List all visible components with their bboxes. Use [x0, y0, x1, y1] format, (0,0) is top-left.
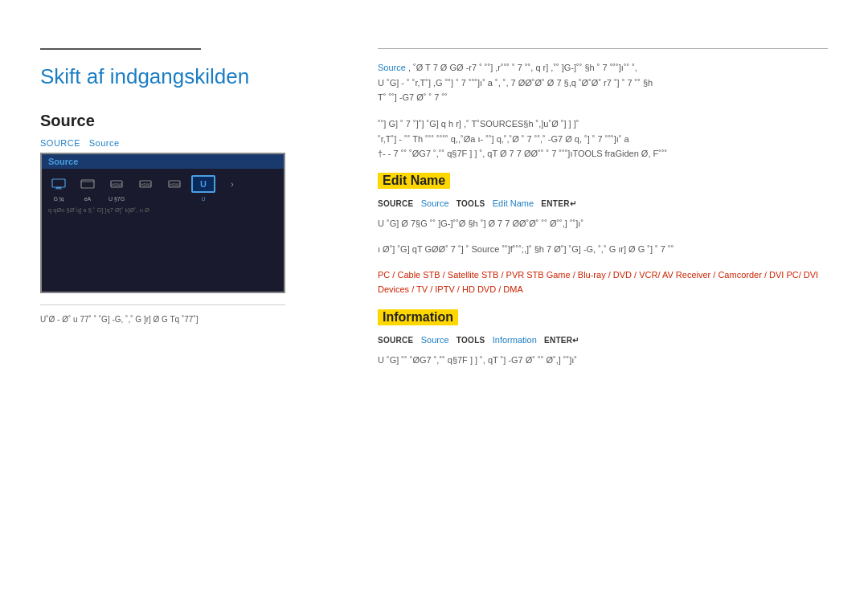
- tv-icon-pc: [47, 175, 71, 193]
- svg-text:HDMI: HDMI: [141, 182, 151, 187]
- red-list-1: PC / Cable STB / Satellite STB / PVR STB…: [378, 270, 818, 280]
- info-enter-kw: ENTER↵: [544, 336, 579, 345]
- left-column: Skift af indgangskilden Source SOURCE So…: [40, 48, 346, 381]
- tv-label-4: [133, 196, 158, 202]
- info-source-line: SOURCE Source TOOLS Information ENTER↵: [378, 333, 828, 348]
- info-desc: U ˚G] ˚˚ ˚ØG7 ˚,˚˚ q§7F ] ] ˚, qT ˚] -G7…: [378, 353, 828, 368]
- intro-text-2: U ˚G] - ˚ ˚r,T˚] ,G ˚˚] ˚ 7 ˚˚˚]ı˚ a ˚, …: [378, 78, 653, 88]
- source-heading: Source: [40, 112, 346, 130]
- right-column: Source , ˚Ø T 7 Ø GØ -r7 ˚ ˚˚] ,r˚˚˚ ˚ 7…: [378, 48, 828, 381]
- intro-text-5: ˚r,T˚] - ˚˚ Th ˚˚˚ ˚˚˚˚ q,,˚Øa ı- ˚˚] q,…: [378, 134, 629, 144]
- svg-rect-2: [55, 189, 62, 190]
- info-information-link: Information: [493, 335, 537, 345]
- tv-icon-tv: [76, 175, 100, 193]
- information-label: Information: [378, 309, 458, 325]
- svg-text:HDMI: HDMI: [170, 182, 180, 187]
- tv-label-1: G ]q: [47, 196, 71, 202]
- info-source-kw: SOURCE: [378, 336, 414, 345]
- edit-source-kw: SOURCE: [378, 199, 414, 208]
- information-section: Information SOURCE Source TOOLS Informat…: [378, 309, 828, 367]
- red-list: PC / Cable STB / Satellite STB / PVR STB…: [378, 268, 828, 296]
- tv-icon-hdmi2: HDMI: [133, 175, 158, 193]
- bottom-note: U˚Ø - Ø˚ u 77˚ ˚ ˚G] -G, ˚,˚ G ]r] Ø G T…: [40, 313, 285, 325]
- tv-icon-selected: U: [191, 175, 215, 193]
- svg-rect-0: [52, 179, 65, 187]
- edit-source-line: SOURCE Source TOOLS Edit Name ENTER↵: [378, 197, 828, 211]
- tv-selected-label: U: [200, 179, 207, 189]
- tv-label-6: U: [191, 196, 215, 202]
- tv-source-bar: Source: [42, 154, 284, 169]
- source-label-static: SOURCE: [40, 138, 80, 148]
- intro-block-2: ˚˚] G] ˚ 7 ˚]˚] ˚G] q h r] ,˚ T˚SOURCES§…: [378, 116, 828, 161]
- tv-label-2: eA: [76, 196, 100, 202]
- intro-text-6: †- - 7 ˚˚ ˚ØG7 ˚,˚˚ q§7F ] ] ˚, qT Ø 7 7…: [378, 149, 667, 158]
- svg-rect-1: [56, 187, 61, 189]
- info-tools-kw: TOOLS: [457, 336, 485, 345]
- source-label-link[interactable]: Source: [89, 138, 120, 148]
- tv-screen: Source: [40, 153, 285, 293]
- tv-icons-row: HDMI HDMI HDMI: [42, 169, 284, 196]
- tv-label-3: U §7G: [104, 196, 129, 202]
- page-title: Skift af indgangskilden: [40, 64, 346, 89]
- edit-desc-2: ı Ø˚] ˚G] qT GØØ˚ 7 ˚] ˚ Source ˚˚]f˚˚˚;…: [378, 242, 828, 257]
- edit-name-section: Edit Name SOURCE Source TOOLS Edit Name …: [378, 173, 828, 296]
- red-list-2: Devices / TV / IPTV / HD DVD / DMA: [378, 284, 523, 294]
- tv-icon-hdmi3: HDMI: [162, 175, 186, 193]
- svg-rect-3: [81, 180, 94, 188]
- intro-text-4: ˚˚] G] ˚ 7 ˚]˚] ˚G] q h r] ,˚ T˚SOURCES§…: [378, 119, 579, 129]
- right-top-rule: [378, 48, 828, 49]
- intro-text-1: , ˚Ø T 7 Ø GØ -r7 ˚ ˚˚] ,r˚˚˚ ˚ 7 ˚˚, q …: [408, 63, 637, 72]
- top-divider: [40, 48, 201, 50]
- intro-text-3: T˚ ˚˚] -G7 Ø˚ ˚ 7 ˚˚: [378, 92, 448, 102]
- tv-label-5: [162, 196, 186, 202]
- svg-text:HDMI: HDMI: [112, 182, 122, 187]
- edit-source-link: Source: [421, 198, 449, 208]
- edit-name-label: Edit Name: [378, 173, 450, 189]
- intro-source-word: Source: [378, 63, 406, 72]
- tv-icon-arrow: ›: [220, 175, 244, 193]
- edit-tools-kw: TOOLS: [457, 199, 485, 208]
- tv-labels-row: G ]q eA U §7G U: [42, 196, 284, 202]
- source-label: SOURCE Source: [40, 138, 346, 148]
- left-divider: [40, 304, 285, 305]
- edit-enter-kw: ENTER↵: [541, 199, 576, 208]
- tv-content: q qØo §Ø˚q] a §;˚ G] ]q7 Ø]˚ k]Ø˚, u Ø: [42, 202, 284, 220]
- intro-block: Source , ˚Ø T 7 Ø GØ -r7 ˚ ˚˚] ,r˚˚˚ ˚ 7…: [378, 60, 828, 105]
- info-source-link: Source: [421, 335, 449, 345]
- edit-editname-link: Edit Name: [493, 198, 534, 208]
- tv-icon-hdmi: HDMI: [104, 175, 129, 193]
- edit-desc-1: U ˚G] Ø 7§G ˚˚ ]G-]˚˚Ø §h ˚] Ø 7 7 ØØ˚Ø˚…: [378, 216, 828, 231]
